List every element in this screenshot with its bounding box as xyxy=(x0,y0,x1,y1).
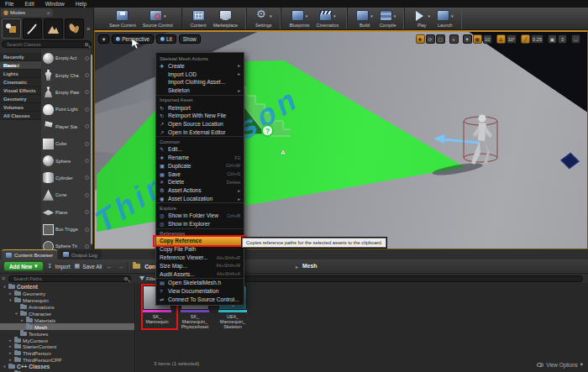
tree-item[interactable]: Mannequin xyxy=(0,297,134,304)
context-menu-item[interactable]: ↻ Reimport With New File xyxy=(156,112,244,120)
context-menu-item[interactable]: ▦ Save Ctrl+S xyxy=(156,170,244,178)
placeable-item[interactable]: Plane xyxy=(41,204,91,221)
toolbar-button[interactable]: ▾ Compile xyxy=(376,8,400,29)
context-menu-item[interactable]: ↗ Open In External Editor xyxy=(156,128,244,137)
toolbar-button[interactable]: ▾ Settings xyxy=(252,8,276,29)
placeable-item[interactable]: Cylinder xyxy=(41,170,91,186)
placeable-item[interactable]: Cone xyxy=(41,186,91,203)
viewport-control-button[interactable]: ⟳ xyxy=(426,34,435,44)
modes-category[interactable]: Cinematic xyxy=(0,78,41,86)
view-mode-button[interactable]: Lit xyxy=(156,34,176,44)
more-modes-icon[interactable]: » xyxy=(87,25,90,33)
placeable-item[interactable]: Player Sta xyxy=(41,118,91,135)
tree-item[interactable]: Materials xyxy=(0,317,134,323)
menu-bar-item[interactable]: Edit xyxy=(24,1,34,7)
viewport-control-button[interactable]: □ xyxy=(571,34,580,44)
paint-mode-button[interactable] xyxy=(23,18,42,39)
context-menu-item[interactable]: Reference Viewer... Alt+Shift+R xyxy=(156,254,244,262)
toolbar-button[interactable]: ▾ Build xyxy=(353,8,376,29)
viewport-control-button[interactable]: 10 xyxy=(483,34,492,44)
menu-bar-item[interactable]: Help xyxy=(76,1,87,7)
context-menu-item[interactable]: Import Clothing Asset... xyxy=(156,78,244,86)
viewport-control-button[interactable]: ▼ xyxy=(463,34,472,44)
modes-category[interactable]: Recently Placed xyxy=(0,53,41,61)
viewport-control-button[interactable]: ✚ xyxy=(416,34,425,44)
menu-bar-item[interactable]: Window xyxy=(45,1,65,7)
sources-toggle-icon[interactable]: ≡ xyxy=(2,275,5,281)
chevron-down-icon[interactable]: ▾ xyxy=(164,13,166,18)
save-all-button[interactable]: ▦ Save All xyxy=(75,263,102,270)
chevron-down-icon[interactable]: ▾ xyxy=(451,13,454,18)
tree-expander-icon[interactable] xyxy=(8,298,13,302)
viewport-control-button[interactable]: 0.25 xyxy=(531,34,543,44)
modes-category[interactable]: Basic xyxy=(0,61,41,70)
tree-expander-icon[interactable] xyxy=(8,338,13,343)
context-menu-item[interactable]: ◎ Show in Folder View Ctrl+B xyxy=(156,212,244,220)
toolbar-button[interactable]: ▾ Marketplace xyxy=(210,8,241,29)
viewport-options-caret[interactable]: ▾ xyxy=(98,34,109,44)
search-paths-input[interactable] xyxy=(12,275,124,282)
scrollbar[interactable] xyxy=(91,55,92,244)
placeable-item[interactable]: Sphere xyxy=(41,152,91,169)
import-button[interactable]: ↧ Import xyxy=(48,263,71,270)
viewport-control-button[interactable]: ▢ xyxy=(436,34,445,44)
landscape-mode-button[interactable] xyxy=(44,18,63,39)
toolbar-button[interactable]: ▾ Launch xyxy=(433,8,457,29)
tree-expander-icon[interactable] xyxy=(8,351,13,355)
context-menu-item[interactable]: Import LOD ▸ xyxy=(156,70,244,78)
toolbar-button[interactable]: ▾ Cinematics xyxy=(313,8,343,29)
tree-expander-icon[interactable] xyxy=(8,344,13,348)
toolbar-button[interactable]: ▾ Blueprints xyxy=(286,8,313,29)
chevron-down-icon[interactable]: ▾ xyxy=(306,13,308,18)
tree-item[interactable]: Content xyxy=(0,284,134,291)
placeable-item[interactable]: Empty Act xyxy=(41,50,91,66)
viewport-control-button[interactable]: ▦ xyxy=(473,34,482,44)
toolbar-button[interactable]: ▾ Play xyxy=(410,8,433,29)
tab-modes[interactable]: Modes ✕ xyxy=(1,8,53,17)
context-menu-item[interactable]: ⚙ Asset Actions ▸ xyxy=(156,186,244,195)
chevron-down-icon[interactable]: ▾ xyxy=(370,13,373,18)
context-menu-item[interactable]: ? View Documentation xyxy=(156,287,244,296)
toolbar-button[interactable]: ▾ Save Current xyxy=(106,8,139,29)
context-menu-item[interactable]: Skeleton ▸ xyxy=(156,86,244,95)
close-icon[interactable]: ✕ xyxy=(46,10,50,16)
question-mark-actor-icon[interactable]: ? xyxy=(261,124,274,137)
tree-item[interactable]: Textures xyxy=(0,330,134,337)
context-menu-item[interactable]: ★ Rename F2 xyxy=(156,154,244,162)
modes-category[interactable]: Lights xyxy=(0,70,41,78)
context-menu-item[interactable]: Size Map... Alt+Shift+M xyxy=(156,261,244,270)
placeable-item[interactable]: Empty Cha xyxy=(41,66,91,83)
back-button[interactable]: ← xyxy=(106,263,113,270)
tree-expander-icon[interactable] xyxy=(20,318,24,322)
context-menu-item[interactable]: ↗ Open Source Location xyxy=(156,120,244,128)
viewport-control-button[interactable]: 10° xyxy=(507,34,517,44)
placeable-item[interactable]: Box Trigge xyxy=(41,221,91,238)
modes-category[interactable]: Visual Effects xyxy=(0,86,41,95)
tree-item[interactable]: Character xyxy=(0,311,134,317)
context-menu-item[interactable]: ▣ Duplicate Ctrl+W xyxy=(156,161,244,170)
viewport-control-button[interactable]: 3 xyxy=(558,34,567,44)
tree-expander-icon[interactable] xyxy=(14,312,18,316)
chevron-down-icon[interactable]: ▾ xyxy=(394,13,396,18)
viewport-control-button[interactable]: ∆ xyxy=(496,34,506,44)
viewport-control-button[interactable]: ◐ xyxy=(449,34,459,44)
context-menu-item[interactable]: ✕ Delete Delete xyxy=(156,178,244,186)
placeable-item[interactable]: Empty Paw xyxy=(41,84,91,101)
tree-item[interactable]: C++ Classes xyxy=(0,364,134,370)
context-menu-item[interactable]: ▤ Open SkeletalMesh.h xyxy=(156,279,244,287)
tree-item[interactable]: Geometry xyxy=(0,291,134,297)
toolbar-button[interactable]: ▾ Source Control xyxy=(139,8,176,29)
context-menu-item[interactable]: ✚ Create ▸ xyxy=(156,62,244,71)
modes-category[interactable]: Volumes xyxy=(0,103,41,112)
tree-expander-icon[interactable] xyxy=(8,291,13,296)
tree-expander-icon[interactable] xyxy=(8,358,13,362)
tree-item[interactable]: Animations xyxy=(0,304,134,311)
show-flags-button[interactable]: Show xyxy=(179,34,201,44)
chevron-down-icon[interactable]: ▾ xyxy=(333,13,336,18)
modes-category[interactable]: All Classes xyxy=(0,112,41,120)
tree-item[interactable]: MyContent xyxy=(0,337,134,343)
context-menu-item[interactable]: ⇄ Connect To Source Control... xyxy=(156,296,244,304)
viewport-control-button[interactable]: ▣ xyxy=(548,34,557,44)
foliage-mode-button[interactable] xyxy=(65,18,84,39)
context-menu-item[interactable]: ◉ Asset Localization ▸ xyxy=(156,195,244,203)
